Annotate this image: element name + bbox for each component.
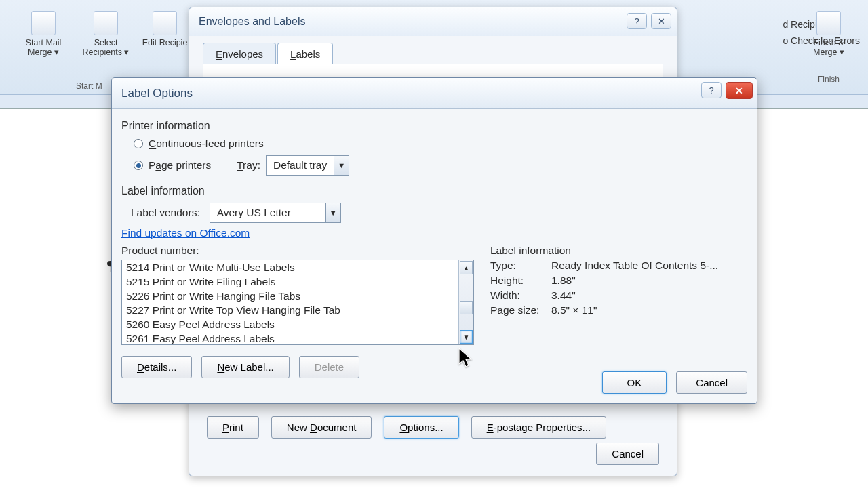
ribbon-edit-recipients[interactable]: Edit Recipie [141, 7, 189, 47]
ribbon-group-name: Start M [76, 81, 102, 91]
radio-icon [134, 161, 143, 170]
ribbon-label: Finish & Merge ▾ [802, 38, 856, 58]
product-number-label: Product number: [121, 245, 474, 257]
scroll-thumb[interactable] [460, 301, 473, 314]
recipients-icon [94, 11, 118, 35]
ribbon-label: Edit Recipie [141, 38, 189, 47]
help-button[interactable]: ? [701, 82, 722, 98]
info-width-label: Width: [490, 289, 551, 302]
ribbon-start-mail-merge[interactable]: Start Mail Merge ▾ [16, 7, 71, 58]
label-options-dialog: Label Options ? ✕ Printer information Co… [111, 77, 757, 404]
dialog-title: Envelopes and Labels [189, 7, 677, 36]
mail-merge-icon [31, 11, 56, 35]
ribbon-label: Select Recipients ▾ [75, 38, 137, 58]
options-button[interactable]: Options... [384, 416, 458, 439]
chevron-down-icon[interactable]: ▼ [334, 156, 349, 175]
scroll-up-icon[interactable]: ▲ [460, 261, 473, 274]
new-label-button[interactable]: New Label... [201, 356, 289, 378]
edit-recipients-icon [153, 11, 177, 35]
combo-value: Default tray [267, 159, 334, 171]
epostage-properties-button[interactable]: E-postage Properties... [471, 416, 606, 439]
dialog-button-row: Print New Document Options... E-postage … [207, 416, 606, 439]
list-item[interactable]: 5261 Easy Peel Address Labels [122, 331, 458, 344]
list-item[interactable]: 5227 Print or Write Top View Hanging Fil… [122, 303, 458, 317]
label-vendors-label: Label vendors: [131, 207, 200, 219]
radio-icon [134, 139, 143, 148]
list-item[interactable]: 5214 Print or Write Multi-Use Labels [122, 260, 458, 274]
dialog-title: Label Options [112, 78, 757, 109]
scroll-track[interactable] [459, 275, 473, 329]
close-button[interactable]: ✕ [651, 13, 671, 29]
tray-combo[interactable]: Default tray ▼ [266, 155, 349, 176]
ribbon-select-recipients[interactable]: Select Recipients ▾ [75, 7, 137, 58]
label-info-heading: Label information [121, 185, 747, 197]
finish-merge-icon [816, 11, 841, 35]
print-button[interactable]: Print [207, 416, 259, 439]
radio-continuous-feed[interactable]: Continuous-feed printers [134, 138, 747, 150]
info-type-label: Type: [490, 260, 551, 272]
list-item[interactable]: 5215 Print or Write Filing Labels [122, 274, 458, 289]
tab-labels[interactable]: Labels [277, 43, 333, 65]
label-information-heading: Label information [490, 245, 747, 257]
radio-page-printers[interactable]: Page printers Tray: Default tray ▼ [134, 155, 747, 176]
tray-label: Tray: [237, 159, 260, 171]
cancel-button[interactable]: Cancel [596, 443, 659, 465]
label-vendors-combo[interactable]: Avery US Letter ▼ [210, 203, 341, 223]
list-item[interactable]: 5260 Easy Peel Address Labels [122, 317, 458, 331]
cancel-button[interactable]: Cancel [676, 371, 747, 394]
info-height-value: 1.88" [551, 274, 747, 287]
scrollbar[interactable]: ▲ ▼ [458, 260, 473, 344]
help-button[interactable]: ? [627, 13, 647, 29]
list-item[interactable]: 5226 Print or Write Hanging File Tabs [122, 289, 458, 303]
product-number-listbox[interactable]: 5214 Print or Write Multi-Use Labels 521… [121, 260, 474, 345]
close-button[interactable]: ✕ [726, 82, 753, 99]
tab-envelopes[interactable]: Envelopes [203, 43, 276, 65]
scroll-down-icon[interactable]: ▼ [460, 330, 473, 344]
ribbon-group-name: Finish [802, 75, 856, 84]
info-height-label: Height: [490, 274, 551, 287]
ribbon-finish-merge[interactable]: Finish & Merge ▾ Finish [802, 7, 856, 58]
info-width-value: 3.44" [551, 289, 747, 302]
info-type-value: Ready Index Table Of Contents 5-... [551, 260, 747, 272]
chevron-down-icon[interactable]: ▼ [326, 203, 340, 222]
delete-button: Delete [299, 356, 359, 378]
find-updates-link[interactable]: Find updates on Office.com [121, 227, 250, 239]
combo-value: Avery US Letter [210, 207, 326, 219]
ok-button[interactable]: OK [602, 371, 667, 394]
details-button[interactable]: Details... [121, 356, 192, 378]
label-info-grid: Type: Ready Index Table Of Contents 5-..… [490, 260, 747, 317]
new-document-button[interactable]: New Document [271, 416, 372, 439]
ribbon-label: Start Mail Merge ▾ [16, 38, 71, 58]
info-pagesize-label: Page size: [490, 304, 551, 317]
printer-info-heading: Printer information [121, 120, 747, 132]
info-pagesize-value: 8.5" × 11" [551, 304, 747, 317]
